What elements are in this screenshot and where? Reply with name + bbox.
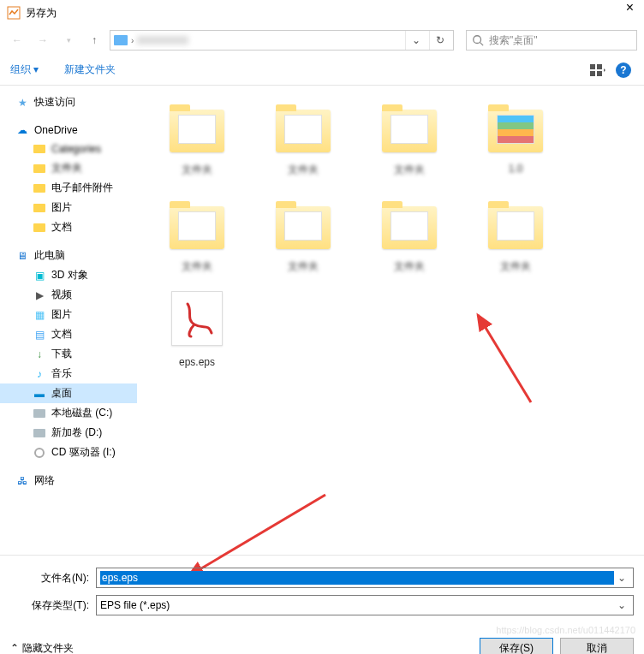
sidebar-disk-i[interactable]: CD 驱动器 (I:)	[0, 443, 137, 462]
sidebar-downloads[interactable]: ↓下载	[0, 344, 137, 364]
folder-item[interactable]: 文件夹	[367, 194, 452, 274]
cancel-button[interactable]: 取消	[560, 638, 634, 654]
address-dropdown[interactable]: ⌄	[405, 30, 426, 51]
chevron-right-icon: ›	[131, 36, 134, 45]
folder-icon	[114, 35, 128, 45]
svg-rect-5	[590, 71, 595, 76]
download-icon: ↓	[33, 348, 46, 361]
help-button[interactable]: ?	[613, 60, 634, 80]
cd-icon	[33, 446, 46, 460]
file-type-select[interactable]: EPS file (*.eps) ⌄	[96, 595, 634, 615]
cloud-icon: ☁	[15, 123, 29, 137]
pc-icon: 🖥	[15, 249, 29, 263]
annotation-arrow-icon	[471, 308, 540, 413]
documents-icon: ▤	[33, 328, 46, 342]
eps-file-icon	[171, 291, 223, 346]
search-placeholder: 搜索"桌面"	[489, 33, 538, 48]
file-list[interactable]: 文件夹 文件夹 文件夹 1.0 文件夹 文件夹 文件夹 文件夹 eps.eps	[137, 86, 644, 555]
app-icon	[7, 6, 21, 20]
sidebar-onedrive[interactable]: ☁OneDrive	[0, 121, 137, 140]
file-type-label: 保存类型(T):	[10, 598, 96, 613]
sidebar-quick-access[interactable]: ★快速访问	[0, 92, 137, 112]
folder-icon	[33, 201, 46, 215]
search-input[interactable]: 搜索"桌面"	[466, 30, 637, 51]
chevron-down-icon[interactable]: ⌄	[614, 599, 629, 611]
save-button[interactable]: 保存(S)	[480, 638, 553, 654]
sidebar-pictures[interactable]: ▦图片	[0, 305, 137, 324]
hide-folders-toggle[interactable]: ⌃ 隐藏文件夹	[10, 641, 74, 655]
star-icon: ★	[15, 96, 29, 110]
folder-icon	[33, 162, 46, 175]
desktop-icon: ▬	[33, 387, 46, 401]
recent-dropdown[interactable]: ▾	[58, 30, 79, 51]
sidebar-this-pc[interactable]: 🖥此电脑	[0, 246, 137, 265]
pictures-icon: ▦	[33, 308, 46, 322]
folder-item[interactable]: 1.0	[473, 98, 558, 177]
folder-item[interactable]: 文件夹	[260, 98, 346, 177]
view-options-button[interactable]	[587, 60, 608, 80]
sidebar: ★快速访问 ☁OneDrive Categories 文件夹 电子邮件附件 图片…	[0, 86, 137, 555]
chevron-down-icon[interactable]: ⌄	[614, 572, 629, 584]
svg-rect-3	[590, 64, 595, 69]
forward-button[interactable]: →	[33, 30, 53, 51]
back-button[interactable]: ←	[7, 30, 27, 51]
chevron-up-icon: ⌃	[10, 642, 19, 654]
search-icon	[472, 34, 484, 46]
new-folder-button[interactable]: 新建文件夹	[64, 62, 116, 77]
svg-point-1	[474, 36, 481, 44]
folder-icon	[33, 142, 46, 156]
filename-input[interactable]: eps.eps ⌄	[96, 568, 634, 588]
network-icon: 🖧	[15, 474, 29, 488]
svg-rect-6	[597, 71, 602, 76]
folder-item[interactable]: 文件夹	[367, 98, 452, 177]
3d-icon: ▣	[33, 269, 46, 282]
sidebar-onedrive-email[interactable]: 电子邮件附件	[0, 178, 137, 198]
folder-item[interactable]: 文件夹	[154, 98, 240, 177]
address-bar[interactable]: › ⌄ ↻	[110, 30, 454, 51]
sidebar-documents[interactable]: ▤文档	[0, 324, 137, 344]
sidebar-onedrive-sub1[interactable]: Categories	[0, 140, 137, 158]
file-item-eps[interactable]: eps.eps	[154, 291, 240, 368]
sidebar-onedrive-docs[interactable]: 文档	[0, 217, 137, 237]
disk-icon	[33, 426, 46, 440]
sidebar-music[interactable]: ♪音乐	[0, 364, 137, 383]
sidebar-onedrive-pictures[interactable]: 图片	[0, 198, 137, 217]
folder-item[interactable]: 文件夹	[260, 194, 346, 274]
folder-icon	[33, 181, 46, 195]
sidebar-onedrive-sub2[interactable]: 文件夹	[0, 158, 137, 178]
svg-line-7	[478, 315, 531, 402]
svg-line-2	[480, 43, 484, 46]
sidebar-videos[interactable]: ▶视频	[0, 285, 137, 305]
sidebar-3d-objects[interactable]: ▣3D 对象	[0, 265, 137, 285]
svg-rect-4	[597, 64, 602, 69]
sidebar-disk-c[interactable]: 本地磁盘 (C:)	[0, 403, 137, 423]
close-button[interactable]: ×	[603, 0, 637, 26]
sidebar-disk-d[interactable]: 新加卷 (D:)	[0, 423, 137, 443]
refresh-button[interactable]: ↻	[429, 30, 450, 51]
music-icon: ♪	[33, 367, 46, 381]
video-icon: ▶	[33, 288, 46, 302]
organize-menu[interactable]: 组织 ▾	[10, 62, 39, 77]
up-button[interactable]: ↑	[84, 30, 104, 51]
disk-icon	[33, 407, 46, 420]
folder-icon	[33, 221, 46, 235]
sidebar-desktop[interactable]: ▬桌面	[0, 383, 137, 403]
folder-item[interactable]: 文件夹	[473, 194, 558, 274]
sidebar-network[interactable]: 🖧网络	[0, 471, 137, 490]
window-title: 另存为	[26, 6, 603, 21]
filename-label: 文件名(N):	[10, 571, 96, 586]
breadcrumb	[137, 36, 188, 45]
file-label: eps.eps	[154, 356, 240, 368]
folder-item[interactable]: 文件夹	[154, 194, 240, 274]
